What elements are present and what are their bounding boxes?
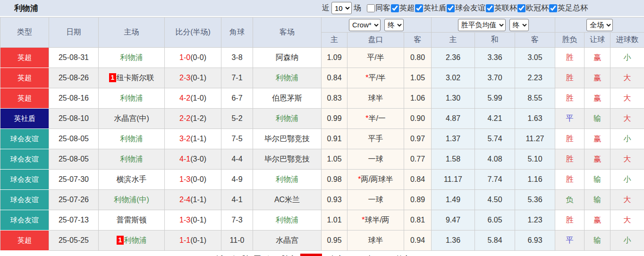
result-goals-cell: 大 bbox=[610, 190, 644, 210]
league-filter-group: 同客英超英社盾球会友谊英联杯欧冠杯英足总杯 bbox=[367, 3, 588, 13]
away-team-cell: 伯恩茅斯 bbox=[253, 88, 322, 109]
home-team-name: 利物浦 bbox=[120, 53, 143, 61]
result-handicap-cell: 赢 bbox=[585, 88, 610, 109]
away-team-cell: 利物浦 bbox=[253, 170, 322, 190]
result-goals-cell: 大 bbox=[610, 210, 644, 230]
subcol-odds-handicap: 盘口 bbox=[347, 33, 404, 48]
result-handicap-cell: 赢 bbox=[585, 149, 610, 170]
league-filter-label-6: 英足总杯 bbox=[558, 3, 588, 13]
league-filter-0[interactable]: 同客 bbox=[367, 3, 390, 13]
odds-away-cell: 0.89 bbox=[404, 190, 432, 210]
odds-away-cell: 0.84 bbox=[404, 170, 432, 190]
corner-cell: 4-1 bbox=[221, 190, 253, 210]
league-filter-4[interactable]: 英联杯 bbox=[486, 3, 517, 13]
half-time-score: (1-2) bbox=[190, 114, 206, 122]
date-cell: 25-07-30 bbox=[49, 170, 99, 190]
home-team-name: 利物浦 bbox=[120, 135, 143, 143]
recent-count-select[interactable]: 10 bbox=[331, 2, 352, 14]
match-type-badge: 英社盾 bbox=[0, 109, 49, 129]
handicap-text: 平手 bbox=[368, 135, 383, 143]
score-cell: 2-2(1-2) bbox=[165, 109, 221, 129]
europe-away-cell: 5.10 bbox=[515, 149, 555, 170]
half-time-score: (1-1) bbox=[190, 196, 206, 204]
europe-away-cell: 8.55 bbox=[515, 88, 555, 109]
away-team-cell: 水晶宫 bbox=[253, 230, 322, 251]
home-team-cell: 1利物浦 bbox=[99, 230, 165, 251]
match-type-badge: 英超 bbox=[0, 88, 49, 109]
result-wl-cell: 胜 bbox=[555, 129, 585, 149]
league-filter-checkbox-0[interactable] bbox=[367, 4, 375, 12]
result-scope-select[interactable]: 全场 bbox=[586, 19, 613, 31]
away-team-name: 利物浦 bbox=[276, 74, 298, 82]
full-time-score: 2-4 bbox=[179, 196, 190, 204]
result-handicap-cell: 赢 bbox=[585, 129, 610, 149]
odds-home-cell: 0.91 bbox=[322, 129, 347, 149]
handicap-text: 球半/两 bbox=[364, 216, 389, 224]
league-filter-5[interactable]: 欧冠杯 bbox=[517, 3, 549, 13]
away-team-name: 利物浦 bbox=[276, 175, 298, 183]
odds-home-cell: 1.09 bbox=[322, 48, 347, 68]
odds-away-cell: 0.94 bbox=[404, 230, 432, 251]
league-filter-checkbox-6[interactable] bbox=[549, 4, 557, 12]
home-team-cell: 利物浦 bbox=[99, 88, 165, 109]
result-goals-cell: 大 bbox=[610, 68, 644, 88]
match-history-table: 类型 日期 主场 比分(半场) 角球 客场 Crow*终 胜平负均值终 全场 主… bbox=[0, 17, 644, 251]
handicap-text: 一球 bbox=[368, 196, 383, 204]
match-row: 球会友谊25-08-05利物浦3-2(1-1)7-5毕尔巴鄂竞技0.91平手0.… bbox=[0, 129, 644, 149]
home-team-cell: 利物浦(中) bbox=[99, 190, 165, 210]
result-goals-cell: 大 bbox=[610, 109, 644, 129]
odds-away-cell: 1.05 bbox=[404, 68, 432, 88]
league-filter-2[interactable]: 英社盾 bbox=[415, 3, 446, 13]
odds-home-cell: 1.01 bbox=[322, 210, 347, 230]
league-filter-checkbox-3[interactable] bbox=[447, 4, 455, 12]
europe-home-cell: 3.02 bbox=[432, 68, 475, 88]
rank-badge: 1 bbox=[117, 236, 124, 245]
league-filter-1[interactable]: 英超 bbox=[391, 3, 415, 13]
odds-away-cell: 0.97 bbox=[404, 129, 432, 149]
league-filter-checkbox-1[interactable] bbox=[391, 4, 399, 12]
league-filter-checkbox-5[interactable] bbox=[517, 4, 525, 12]
half-time-score: (1-1) bbox=[190, 135, 206, 143]
away-team-cell: 利物浦 bbox=[253, 210, 322, 230]
half-time-score: (0-1) bbox=[190, 74, 206, 82]
away-team-cell: 利物浦 bbox=[253, 109, 322, 129]
odds-time-select[interactable]: 终 bbox=[384, 19, 404, 31]
europe-time-select[interactable]: 终 bbox=[509, 19, 529, 31]
summary-bar: 近10场,胜7平2负1, 胜率:70%赢率:60%大:60%单率:40% bbox=[0, 251, 644, 256]
europe-type-select[interactable]: 胜平负均值 bbox=[458, 19, 506, 31]
match-type-badge: 英超 bbox=[0, 230, 49, 251]
home-team-cell: 普雷斯顿 bbox=[99, 210, 165, 230]
handicap-cell: *球半/两 bbox=[347, 210, 404, 230]
full-time-score: 1-3 bbox=[179, 175, 190, 183]
league-filter-3[interactable]: 球会友谊 bbox=[447, 3, 485, 13]
handicap-text: 两/两球半 bbox=[361, 175, 393, 183]
date-cell: 25-07-13 bbox=[49, 210, 99, 230]
home-team-cell: 水晶宫(中) bbox=[99, 109, 165, 129]
league-filter-checkbox-2[interactable] bbox=[415, 4, 423, 12]
europe-away-cell: 2.23 bbox=[515, 68, 555, 88]
home-team-cell: 利物浦 bbox=[99, 48, 165, 68]
league-filter-6[interactable]: 英足总杯 bbox=[549, 3, 588, 13]
home-team-cell: 利物浦 bbox=[99, 149, 165, 170]
col-header-away: 客场 bbox=[253, 17, 322, 48]
match-row: 球会友谊25-08-05利物浦4-1(3-0)4-4毕尔巴鄂竞技1.05一球0.… bbox=[0, 149, 644, 170]
score-cell: 4-1(3-0) bbox=[165, 149, 221, 170]
odds-company-select[interactable]: Crow* bbox=[349, 19, 381, 31]
europe-draw-cell: 4.21 bbox=[475, 109, 515, 129]
match-type-badge: 英超 bbox=[0, 68, 49, 88]
result-handicap-cell: 赢 bbox=[585, 68, 610, 88]
europe-home-cell: 9.47 bbox=[432, 210, 475, 230]
result-handicap-cell: 输 bbox=[585, 230, 610, 251]
result-goals-cell: 大 bbox=[610, 88, 644, 109]
away-team-name: 阿森纳 bbox=[276, 53, 298, 61]
match-type-badge: 球会友谊 bbox=[0, 210, 49, 230]
filter-controls: 近 10 场 同客英超英社盾球会友谊英联杯欧冠杯英足总杯 bbox=[322, 2, 588, 14]
league-filter-label-2: 英社盾 bbox=[424, 3, 446, 13]
result-wl-cell: 胜 bbox=[555, 149, 585, 170]
away-team-cell: 毕尔巴鄂竞技 bbox=[253, 129, 322, 149]
date-cell: 25-08-05 bbox=[49, 129, 99, 149]
col-header-home: 主场 bbox=[99, 17, 165, 48]
corner-cell: 4-9 bbox=[221, 170, 253, 190]
league-filter-checkbox-4[interactable] bbox=[486, 4, 494, 12]
col-header-type: 类型 bbox=[0, 17, 49, 48]
